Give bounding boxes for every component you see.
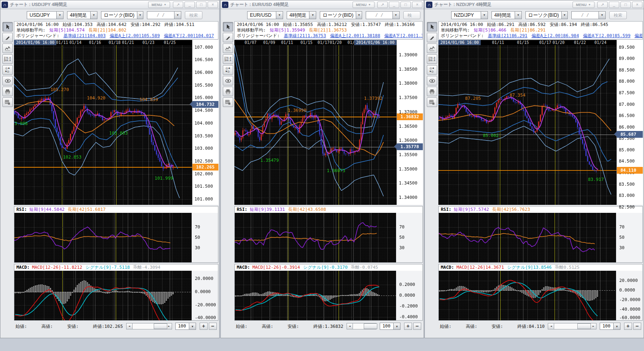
close-button[interactable]: × [412,2,422,8]
indicator-tool-button[interactable] [2,44,13,53]
marker-tool-button[interactable]: ◎★♥◎ [2,65,13,75]
menu-button[interactable]: MENU▼ [573,2,594,8]
bollinger-center-link[interactable]: 基準線[21]1.36753 [284,33,326,38]
bollinger-a-lower-link[interactable]: 偏差A下[2.00]1.35318 [384,33,423,38]
rsi-canvas[interactable] [439,213,616,262]
chevron-down-icon[interactable]: ▼ [137,12,143,19]
date-input[interactable]: / /▼ [571,11,606,19]
zoom-out-button[interactable]: − [413,323,421,330]
select-tool-button[interactable] [223,22,233,32]
scroll-left-button[interactable]: ◄ [347,323,353,329]
search-button[interactable]: 検索 [185,11,202,19]
maximize-button[interactable]: □ [400,2,411,8]
price-chart-canvas[interactable] [14,45,192,205]
marker-tool-button[interactable]: ◎★♥◎ [427,65,437,75]
chart-style-select[interactable]: ローソク(BID)▼ [101,11,143,19]
maximize-button[interactable]: □ [196,2,206,8]
zoom-select[interactable]: 100▼ [175,323,196,330]
scroll-thumb[interactable] [364,323,377,329]
zoom-select[interactable]: 100▼ [600,323,620,330]
zoom-out-button[interactable]: − [209,323,217,330]
h-scrollbar[interactable]: ◄ ► [548,323,596,329]
chevron-down-icon[interactable]: ▼ [481,12,487,19]
bollinger-b-upper-link[interactable]: 偏差B上[3.00]105 [218,33,218,38]
draw-tool-button[interactable] [2,33,13,42]
bollinger-b-upper-link[interactable]: 偏差B上[3 [634,33,643,38]
minimize-button[interactable]: _ [609,2,619,8]
indicator-tool-button[interactable] [427,44,437,53]
scale-tool-button[interactable]: 70.060.0 [223,54,233,64]
view-tool-button[interactable] [223,76,233,85]
scroll-thumb[interactable] [154,323,167,329]
popout-button[interactable]: ↗ [597,2,608,8]
export-tool-button[interactable] [223,97,233,107]
search-button[interactable]: 検索 [403,11,421,19]
select-tool-button[interactable] [427,22,437,32]
scroll-track[interactable] [133,323,166,329]
pair-select[interactable]: NZD/JPY▼ [451,11,488,19]
rsi-canvas[interactable] [14,213,192,262]
chevron-down-icon[interactable]: ▼ [189,323,196,329]
pair-select[interactable]: USD/JPY▼ [27,11,63,19]
scroll-left-button[interactable]: ◄ [126,323,133,329]
chart-style-select[interactable]: ローソク(BID)▼ [320,11,362,19]
scroll-thumb[interactable] [577,323,591,329]
timeframe-select[interactable]: 4時間足▼ [491,11,522,19]
chevron-down-icon[interactable]: ▼ [613,323,620,329]
print-tool-button[interactable] [2,87,13,96]
price-chart-canvas[interactable] [438,45,616,205]
zoom-in-button[interactable]: + [404,323,412,330]
scroll-left-button[interactable]: ◄ [548,323,554,329]
h-scrollbar[interactable]: ◄ ► [126,323,172,329]
chart-style-select[interactable]: ローソク(BID)▼ [525,11,568,19]
scroll-track[interactable] [554,323,590,329]
minimize-button[interactable]: _ [389,2,399,8]
chevron-down-icon[interactable]: ▼ [309,12,316,19]
zoom-in-button[interactable]: + [624,323,632,330]
view-tool-button[interactable] [427,76,437,85]
zoom-out-button[interactable]: − [633,323,641,330]
scroll-track[interactable] [353,323,370,329]
chevron-down-icon[interactable]: ▼ [356,12,362,19]
close-button[interactable]: × [208,2,218,8]
search-button[interactable]: 検索 [609,11,627,19]
print-tool-button[interactable] [427,87,437,96]
titlebar[interactable]: ∩ チャート : NZD/JPY 4時間足 MENU▼ ↗ _ □ × [425,0,644,9]
chevron-down-icon[interactable]: ▼ [515,12,521,19]
popout-button[interactable]: ↗ [173,2,183,8]
price-chart-canvas[interactable] [234,45,396,205]
timeframe-select[interactable]: 4時間足▼ [67,11,97,19]
bollinger-a-upper-link[interactable]: 偏差A上[2.00]86.984 [531,33,579,38]
export-tool-button[interactable] [427,97,437,107]
zoom-select[interactable]: 100▼ [380,323,400,330]
pair-select[interactable]: EUR/USD▼ [247,11,283,19]
popout-button[interactable]: ↗ [377,2,388,8]
bollinger-center-link[interactable]: 基準線[21]86.291 [488,33,527,38]
chevron-down-icon[interactable]: ▼ [276,12,283,19]
menu-button[interactable]: MENU▼ [353,2,375,8]
chevron-down-icon[interactable]: ▼ [598,12,605,19]
macd-canvas[interactable] [439,271,616,320]
chevron-down-icon[interactable]: ▼ [90,12,97,19]
titlebar[interactable]: ∩ チャート : EUR/USD 4時間足 MENU▼ ↗ _ □ × [221,0,424,9]
export-tool-button[interactable] [2,97,13,107]
bollinger-a-upper-link[interactable]: 偏差A上[2.00]105.589 [110,33,160,38]
titlebar[interactable]: ∩ チャート : USD/JPY 4時間足 MENU▼ ↗ _ □ × [0,0,219,9]
draw-tool-button[interactable] [223,33,233,42]
maximize-button[interactable]: □ [620,2,631,8]
h-scrollbar[interactable]: ◄ ► [347,323,376,329]
indicator-tool-button[interactable] [223,44,233,53]
timeframe-select[interactable]: 4時間足▼ [287,11,316,19]
bollinger-center-link[interactable]: 基準線[21]104.803 [63,33,106,38]
close-button[interactable]: × [632,2,642,8]
chevron-down-icon[interactable]: ▼ [392,12,399,19]
select-tool-button[interactable] [2,22,13,32]
rsi-canvas[interactable] [235,213,396,262]
minimize-button[interactable]: _ [184,2,195,8]
macd-canvas[interactable] [235,271,396,320]
scale-tool-button[interactable]: 70.060.0 [427,54,437,64]
view-tool-button[interactable] [2,76,13,85]
zoom-in-button[interactable]: + [200,323,208,330]
print-tool-button[interactable] [223,87,233,96]
chevron-down-icon[interactable]: ▼ [561,12,567,19]
